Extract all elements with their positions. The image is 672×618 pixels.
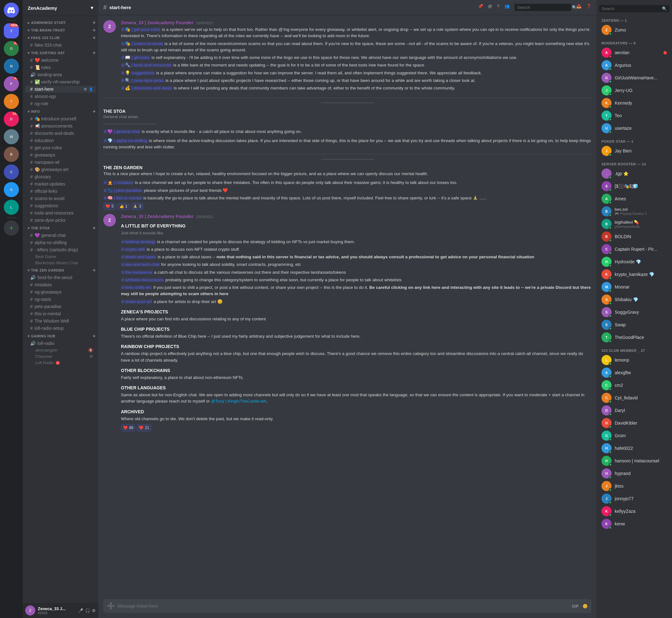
channel-og-oasis[interactable]: # og-oasis: [25, 296, 96, 303]
member-icon[interactable]: 👤: [89, 87, 93, 91]
mention-pets[interactable]: # 🐾 | pets-paradise: [103, 188, 143, 193]
member-captain-rupert[interactable]: C Captain Rupert - Pir...: [599, 243, 669, 255]
add-channel-icon-7[interactable]: +: [93, 268, 96, 273]
category-brain-trust[interactable]: ▾ THE-BRAIN-TRUST +: [23, 26, 98, 34]
reaction-thumbs[interactable]: 👍1: [117, 203, 130, 210]
member-moonar[interactable]: M Moonar: [599, 281, 669, 293]
pin-icon[interactable]: 📌: [478, 4, 483, 11]
channel-zens-dyor[interactable]: # zens-dyor-picks: [25, 217, 96, 224]
channel-tools-resources[interactable]: # tools-and-resources: [25, 209, 96, 216]
channel-food-for-seoul[interactable]: 🔊 food-for-the-seoul: [25, 274, 96, 281]
member-alexgftw[interactable]: A alexgftw: [599, 366, 669, 379]
members-icon[interactable]: 👥: [505, 4, 510, 11]
add-channel-icon-5[interactable]: +: [93, 109, 96, 114]
question-icon[interactable]: ❓: [586, 4, 591, 11]
server-icon-9[interactable]: C: [4, 165, 19, 180]
member-zumo[interactable]: Z Zumo: [599, 24, 669, 36]
member-jerry[interactable]: J Jerry-UG: [599, 84, 669, 97]
channel-settings-icon[interactable]: ⚙: [84, 87, 87, 91]
mention-taxes[interactable]: # death-and-taxes: [121, 254, 156, 259]
channel-lofi-radio-setup[interactable]: # lofi-radio-setup: [25, 325, 96, 332]
channel-official-links[interactable]: # official-links: [25, 188, 96, 195]
messages-area[interactable]: Z Zeneca_33 | ZenAcademy Founder 10/09/2…: [98, 15, 596, 599]
mention-scams[interactable]: # 🎭 | scams-to-avoid: [121, 41, 163, 46]
member-kenw[interactable]: K kenw: [599, 518, 669, 530]
server-icon-3[interactable]: N: [4, 59, 19, 74]
channel-og-giveaways[interactable]: # og-giveaways: [25, 289, 96, 295]
add-channel-icon-3[interactable]: +: [93, 35, 96, 41]
member-krypto[interactable]: K krypto_kamikaze 💎: [599, 268, 669, 281]
member-jktss[interactable]: J jktss: [599, 480, 669, 492]
mention-general-chat[interactable]: # 💜 | general-chat: [103, 129, 140, 134]
member-daryl[interactable]: D Daryl: [599, 404, 669, 417]
channel-pets-paradise[interactable]: # pets-paradise: [25, 303, 96, 310]
server-icon-2[interactable]: G 27: [4, 41, 19, 56]
channel-start-here[interactable]: # start-here ⚙ 👤: [25, 86, 96, 93]
channel-scams-to-avoid[interactable]: # scams-to-avoid: [25, 195, 96, 202]
server-header[interactable]: ZenAcademy ▾: [23, 0, 98, 16]
mention-discounts[interactable]: # 💰 | discounts-and-deals: [121, 86, 173, 90]
channel-lofi-radio[interactable]: 🔊 lofi-radio: [25, 340, 96, 347]
member-tgp[interactable]: . .tgp ⭐: [599, 167, 669, 180]
channel-nanopass[interactable]: # nanopass-wl: [25, 159, 96, 166]
member-aerolan[interactable]: A aerolan 🔴: [599, 46, 669, 59]
add-server-button[interactable]: +: [4, 220, 19, 236]
member-teo[interactable]: T Teo: [599, 109, 669, 122]
search-bar[interactable]: 🔍: [515, 4, 571, 11]
channel-market-updates[interactable]: # market-updates: [25, 181, 96, 187]
member-jonnyjo[interactable]: J jonnyjo77: [599, 492, 669, 505]
mention-zens-dyor[interactable]: # 🔍 | zens-dyor-picks: [121, 78, 164, 83]
channel-general-chat[interactable]: # 💜 general-chat: [25, 232, 96, 239]
channel-alpha-no-shilling[interactable]: # alpha-no-shilling: [25, 239, 96, 246]
channel-wisdom-well[interactable]: # The Wisdom Well: [25, 317, 96, 324]
gif-button[interactable]: GIF: [572, 604, 579, 609]
reaction-heart-archived[interactable]: ❤️88: [121, 424, 135, 431]
search-input[interactable]: [517, 5, 570, 10]
channel-education[interactable]: # education: [25, 137, 96, 144]
member-cm2[interactable]: C cm2: [599, 379, 669, 392]
member-girljust[interactable]: G GirlJustWannaHave...: [599, 72, 669, 84]
category-stoa[interactable]: ▾ THE STOA +: [23, 224, 98, 231]
member-search-input[interactable]: [601, 6, 660, 11]
channel-mistakes[interactable]: # mistakes: [25, 281, 96, 288]
member-hydroxide[interactable]: H Hydroxide 💎: [599, 255, 669, 268]
tony-mention[interactable]: @Tony | KingInTheCastle.eth: [211, 399, 266, 404]
settings-button[interactable]: ⚙: [92, 608, 96, 613]
mic-toggle[interactable]: 🎤: [78, 608, 83, 613]
mention-art[interactable]: # share-your-art: [121, 299, 152, 304]
channel-announcements[interactable]: # 📢 announcements: [25, 122, 96, 129]
channel-giveaways-art[interactable]: # 🎨 giveaways-art: [25, 166, 96, 173]
mention-wl[interactable]: # whitelist-discussions: [121, 278, 164, 282]
mention-mental[interactable]: # 🧠 | this-is-mental: [103, 196, 142, 200]
server-icon-6[interactable]: D 119: [4, 111, 19, 127]
category-admin-mod[interactable]: ▸ ADMIN/MOD STUFF +: [23, 19, 98, 26]
member-grom[interactable]: G Grom: [599, 429, 669, 442]
add-channel-icon-4[interactable]: +: [93, 50, 96, 56]
category-gaming-hub[interactable]: ▾ GAMING HUB +: [23, 332, 98, 339]
server-icon-4[interactable]: P 46: [4, 76, 19, 91]
mention-glossary[interactable]: # 📖 | glossary: [121, 55, 150, 60]
mention-tools[interactable]: # 🔧 | tools-and-resources: [121, 63, 172, 68]
channel-suggestions[interactable]: # suggestions: [25, 202, 96, 209]
member-davidkibler[interactable]: D DavidKibler: [599, 417, 669, 429]
member-cpt[interactable]: C Cpt_lkdavid: [599, 392, 669, 404]
channel-mfers[interactable]: # - Mfers (sartoshi drop): [25, 246, 96, 253]
member-ames[interactable]: A Ames: [599, 192, 669, 205]
member-argurius[interactable]: A Argurius: [599, 59, 669, 72]
mention-defi[interactable]: # crypto-defi: [121, 247, 145, 252]
server-icon-5[interactable]: T: [4, 94, 19, 109]
sub-channel-lofi-radio[interactable]: Lofi Radio 1: [25, 360, 96, 366]
member-bigthallevi[interactable]: B bigthallevi 💊 pharmaceuticals: [599, 218, 669, 230]
headset-toggle[interactable]: 🎧: [85, 608, 90, 613]
member-jaybien[interactable]: J Jay Bien: [599, 144, 669, 157]
member-bessol[interactable]: B bes.sol 🎮 Playing Destiny 2: [599, 205, 669, 218]
category-fake-333[interactable]: ▾ FAKE 333 CLUB +: [23, 34, 98, 41]
mention-icon[interactable]: @: [488, 4, 492, 11]
server-icon-10[interactable]: G: [4, 182, 19, 197]
server-icon-11[interactable]: L: [4, 200, 19, 215]
category-zen-garden[interactable]: ▾ THE ZEN GARDEN +: [23, 266, 98, 274]
mention-suggestions[interactable]: # 💡 suggestions: [121, 71, 155, 75]
member-thegoodplace[interactable]: T TheGoodPlace: [599, 331, 669, 344]
sub-channel-blockchain-miners[interactable]: Blockchain Miners Club: [25, 260, 96, 266]
mention-links[interactable]: # links-shills-etc: [121, 285, 152, 290]
